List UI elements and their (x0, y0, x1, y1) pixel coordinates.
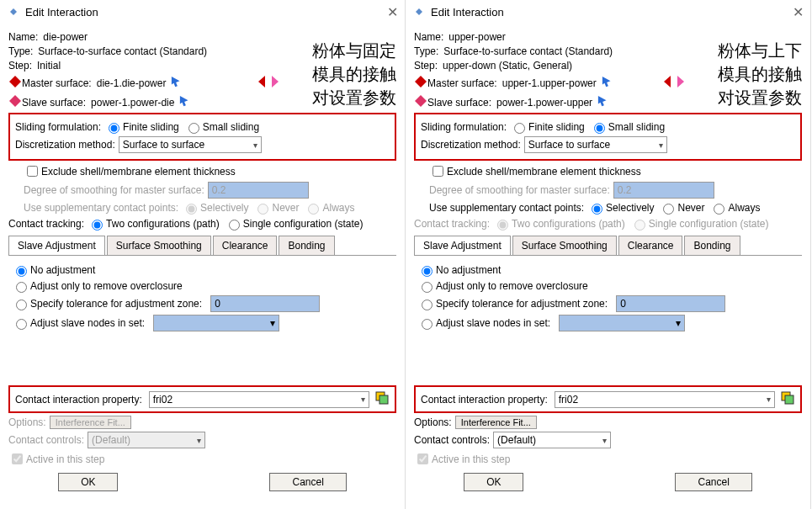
slave-surface-label: Slave surface: (427, 97, 491, 109)
edit-property-icon[interactable] (374, 390, 390, 408)
step-value: upper-down (Static, General) (443, 60, 572, 72)
svg-marker-8 (415, 76, 427, 87)
tab-slave-adjustment[interactable]: Slave Adjustment (414, 236, 511, 255)
tab-surface-smoothing[interactable]: Surface Smoothing (107, 236, 211, 255)
ok-button[interactable]: OK (464, 473, 523, 491)
tabs: Slave Adjustment Surface Smoothing Clear… (8, 236, 396, 256)
tab-clearance[interactable]: Clearance (618, 236, 683, 255)
controls-dropdown: (Default)▾ (88, 432, 205, 448)
discretization-dropdown[interactable]: Surface to surface▾ (119, 136, 262, 153)
property-label: Contact interaction property: (15, 394, 142, 406)
chevron-down-icon: ▾ (659, 141, 663, 150)
tolerance-field[interactable]: 0 (616, 295, 725, 312)
tab-bonding[interactable]: Bonding (279, 236, 334, 255)
remove-overclosure-radio[interactable]: Adjust only to remove overclosure (12, 279, 183, 293)
left-dialog: Edit Interaction ✕ 粉体与固定 模具的接触 对设置参数 Nam… (0, 0, 406, 509)
tab-clearance[interactable]: Clearance (213, 236, 278, 255)
small-sliding-radio[interactable]: Small sliding (590, 120, 665, 134)
property-dropdown[interactable]: fri02▾ (149, 391, 369, 408)
master-surface-value: die-1.die-power (97, 77, 167, 89)
chevron-down-icon: ▾ (767, 395, 771, 404)
tracking-label: Contact tracking: (8, 218, 84, 230)
ok-button[interactable]: OK (58, 473, 118, 491)
window-title: Edit Interaction (25, 6, 387, 19)
svg-marker-10 (677, 76, 684, 87)
discretization-label: Discretization method: (15, 139, 115, 151)
step-label: Step: (8, 60, 32, 72)
remove-overclosure-radio[interactable]: Adjust only to remove overclosure (417, 279, 588, 293)
pointer-icon[interactable] (171, 76, 183, 90)
cancel-button[interactable]: Cancel (675, 473, 751, 491)
master-surface-label: Master surface: (427, 77, 497, 89)
formulation-highlight: Sliding formulation: Finite sliding Smal… (414, 113, 802, 161)
close-icon[interactable]: ✕ (793, 4, 804, 20)
property-label: Contact interaction property: (421, 394, 548, 406)
active-step-checkbox: Active in this step (8, 451, 104, 467)
finite-sliding-radio[interactable]: Finite sliding (104, 120, 179, 134)
small-sliding-radio[interactable]: Small sliding (184, 120, 259, 134)
always-radio[interactable]: Always (709, 201, 760, 215)
single-config-radio[interactable]: Single configuration (state) (225, 217, 364, 231)
master-surface-icon (8, 75, 22, 91)
exclude-shell-checkbox[interactable]: Exclude shell/membrane element thickness (429, 163, 641, 179)
supp-label: Use supplementary contact points: (24, 202, 178, 214)
discretization-dropdown[interactable]: Surface to surface▾ (524, 136, 667, 153)
slave-nodes-field[interactable]: ▾ (559, 315, 685, 331)
svg-rect-6 (379, 395, 388, 404)
tolerance-field[interactable]: 0 (210, 295, 320, 312)
slave-surface-value: power-1.power-die (91, 97, 174, 109)
svg-marker-7 (416, 8, 422, 15)
sliding-label: Sliding formulation: (15, 121, 101, 133)
master-surface-icon (414, 75, 427, 91)
controls-dropdown[interactable]: (Default)▾ (493, 432, 611, 448)
cancel-button[interactable]: Cancel (269, 473, 346, 491)
tab-slave-adjustment[interactable]: Slave Adjustment (8, 236, 105, 255)
svg-marker-0 (10, 8, 17, 15)
tabs: Slave Adjustment Surface Smoothing Clear… (414, 236, 802, 256)
edit-property-icon[interactable] (780, 390, 795, 408)
two-config-radio[interactable]: Two configurations (path) (88, 217, 220, 231)
formulation-highlight: Sliding formulation: Finite sliding Smal… (8, 113, 396, 161)
annotation-text: 粉体与固定 模具的接触 对设置参数 (312, 39, 396, 109)
supp-label: Use supplementary contact points: (429, 202, 584, 214)
slave-nodes-field[interactable]: ▾ (153, 315, 279, 331)
tolerance-radio[interactable]: Specify tolerance for adjustment zone: (12, 297, 202, 310)
slave-nodes-radio[interactable]: Adjust slave nodes in set: (417, 316, 550, 330)
interference-fit-button[interactable]: Interference Fit... (455, 416, 537, 429)
name-label: Name: (414, 31, 443, 43)
finite-sliding-radio[interactable]: Finite sliding (510, 120, 585, 134)
property-dropdown[interactable]: fri02▾ (555, 391, 775, 408)
never-radio[interactable]: Never (659, 201, 704, 215)
svg-marker-9 (664, 76, 671, 87)
selectively-radio[interactable]: Selectively (587, 201, 654, 215)
pointer-icon[interactable] (602, 76, 613, 90)
type-value: Surface-to-surface contact (Standard) (443, 45, 613, 57)
type-label: Type: (414, 45, 438, 57)
exclude-shell-checkbox[interactable]: Exclude shell/membrane element thickness (24, 163, 236, 179)
swap-surfaces-icon[interactable] (664, 74, 684, 92)
tab-bonding[interactable]: Bonding (684, 236, 740, 255)
slave-nodes-radio[interactable]: Adjust slave nodes in set: (12, 316, 145, 330)
tab-surface-smoothing[interactable]: Surface Smoothing (512, 236, 617, 255)
no-adjustment-radio[interactable]: No adjustment (417, 263, 501, 277)
swap-surfaces-icon[interactable] (258, 74, 279, 92)
type-label: Type: (8, 45, 33, 57)
master-surface-value: upper-1.upper-power (502, 77, 597, 89)
pointer-icon[interactable] (597, 95, 609, 109)
sliding-label: Sliding formulation: (421, 121, 507, 133)
titlebar: Edit Interaction ✕ (0, 0, 405, 24)
tolerance-radio[interactable]: Specify tolerance for adjustment zone: (417, 297, 608, 310)
svg-marker-11 (415, 95, 427, 107)
close-icon[interactable]: ✕ (387, 4, 398, 20)
pointer-icon[interactable] (179, 95, 191, 109)
slave-surface-label: Slave surface: (22, 97, 86, 109)
smoothing-field: 0.2 (208, 182, 309, 199)
controls-label: Contact controls: (414, 434, 490, 446)
options-label: Options: (414, 416, 452, 428)
right-dialog: Edit Interaction ✕ 粉体与上下 模具的接触 对设置参数 Nam… (406, 0, 811, 509)
name-value: die-power (43, 31, 88, 43)
smoothing-label: Degree of smoothing for master surface: (429, 184, 610, 196)
no-adjustment-radio[interactable]: No adjustment (12, 263, 95, 277)
chevron-down-icon: ▾ (253, 141, 257, 150)
chevron-down-icon: ▾ (602, 436, 607, 445)
